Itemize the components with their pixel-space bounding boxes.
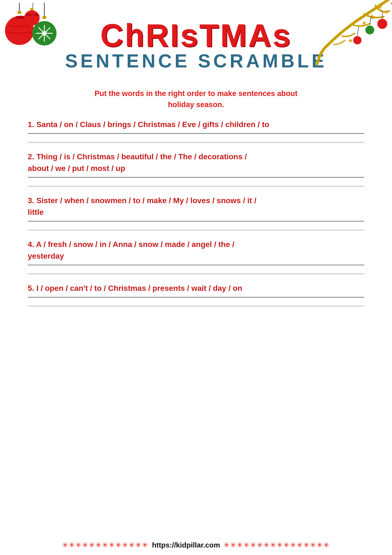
ornaments-decoration [3, 3, 61, 68]
svg-rect-14 [30, 8, 34, 10]
svg-rect-4 [19, 16, 22, 19]
question-4: 4. A / fresh / snow / in / Anna / snow /… [28, 239, 364, 274]
question-1: 1. Santa / on / Claus / brings / Christm… [28, 119, 364, 143]
page: ChRIsTMAs Sentence Scramble Put the word… [0, 0, 392, 555]
question-3-number: 3. [28, 196, 34, 205]
title-scramble: Sentence Scramble [65, 50, 327, 72]
content: 1. Santa / on / Claus / brings / Christm… [22, 119, 370, 306]
answer-line-2a [28, 177, 364, 178]
svg-marker-27 [348, 38, 353, 43]
subtitle: Put the words in the right order to make… [95, 77, 297, 110]
answer-line-3a [28, 221, 364, 221]
question-2-number: 2. [28, 152, 34, 161]
answer-line-4b [28, 274, 364, 274]
footer-url: https://kidpillar.com [152, 541, 220, 549]
svg-rect-1 [17, 11, 21, 14]
question-2-text: Thing / is / Christmas / beautiful / the… [28, 152, 247, 173]
answer-line-1b [28, 142, 364, 143]
answer-line-5b [28, 306, 364, 306]
answer-line-2b [28, 186, 364, 186]
footer-stars-right: ✳✳✳✳✳✳✳✳✳✳✳✳✳✳✳✳ [223, 541, 330, 549]
svg-rect-6 [42, 16, 46, 19]
svg-marker-18 [369, 14, 375, 20]
svg-point-26 [353, 36, 362, 44]
question-4-text: A / fresh / snow / in / Anna / snow / ma… [28, 240, 234, 260]
question-5-text: I / open / can't / to / Christmas / pres… [36, 284, 242, 292]
svg-line-25 [357, 26, 359, 36]
question-5: 5. I / open / can't / to / Christmas / p… [28, 282, 364, 306]
question-1-text: Santa / on / Claus / brings / Christmas … [36, 120, 269, 129]
answer-line-5a [28, 297, 364, 297]
svg-marker-20 [390, 1, 392, 5]
svg-point-15 [24, 10, 40, 26]
svg-point-22 [377, 19, 387, 29]
svg-point-12 [42, 31, 47, 36]
question-1-number: 1. [28, 120, 34, 129]
answer-line-1a [28, 133, 364, 134]
branch-decoration [298, 0, 392, 76]
title-christmas: ChRIsTMAs [100, 19, 292, 51]
answer-line-4a [28, 265, 364, 265]
svg-point-24 [365, 26, 374, 34]
question-4-number: 4. [28, 240, 34, 249]
answer-line-3b [28, 230, 364, 230]
question-5-number: 5. [28, 284, 34, 292]
question-3-text: Sister / when / snowmen / to / make / My… [28, 196, 256, 216]
question-2: 2. Thing / is / Christmas / beautiful / … [28, 151, 364, 186]
footer-stars-left: ✳✳✳✳✳✳✳✳✳✳✳✳✳ [62, 541, 149, 549]
question-3: 3. Sister / when / snowmen / to / make /… [28, 195, 364, 230]
footer: ✳✳✳✳✳✳✳✳✳✳✳✳✳ https://kidpillar.com ✳✳✳✳… [0, 541, 392, 549]
